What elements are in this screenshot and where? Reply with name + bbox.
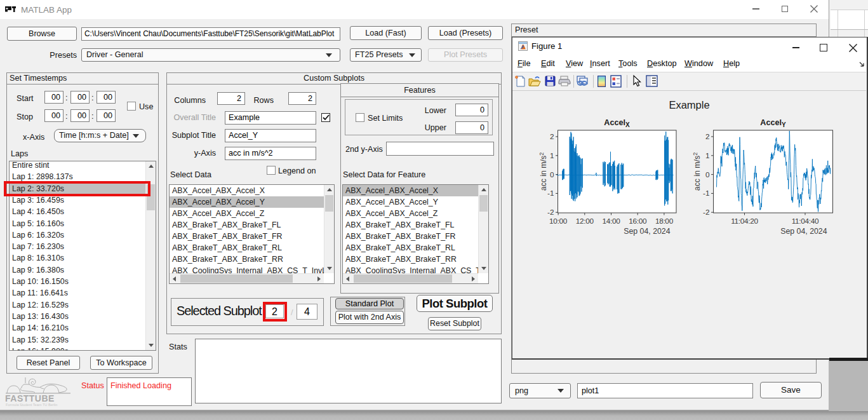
svg-text:18:00: 18:00 <box>655 217 674 226</box>
svg-text:acc in m/s2: acc in m/s2 <box>692 152 702 191</box>
svg-text:1: 1 <box>550 151 554 160</box>
svg-text:10:00: 10:00 <box>549 217 568 226</box>
svg-text:Sep 04, 2024: Sep 04, 2024 <box>624 227 670 236</box>
svg-text:0: 0 <box>705 170 710 179</box>
svg-text:12:00: 12:00 <box>576 217 594 226</box>
svg-text:AccelX: AccelX <box>604 118 630 128</box>
svg-text:2: 2 <box>705 132 710 141</box>
svg-text:11:04:20: 11:04:20 <box>731 217 758 226</box>
svg-text:AccelY: AccelY <box>760 118 786 128</box>
svg-text:16:00: 16:00 <box>629 217 647 226</box>
svg-text:-1: -1 <box>703 189 710 198</box>
svg-text:Example: Example <box>669 99 709 111</box>
svg-text:Sep 04, 2024: Sep 04, 2024 <box>780 227 827 236</box>
svg-text:11:04:40: 11:04:40 <box>792 217 819 226</box>
svg-text:14:00: 14:00 <box>602 217 620 226</box>
svg-text:acc in m/s2: acc in m/s2 <box>538 152 548 191</box>
svg-text:1: 1 <box>705 151 710 160</box>
svg-text:-2: -2 <box>547 208 554 217</box>
svg-text:Formula Student Team TU Berlin: Formula Student Team TU Berlin <box>6 403 57 407</box>
svg-text:-1: -1 <box>547 189 554 198</box>
svg-text:0: 0 <box>550 170 554 179</box>
svg-text:-2: -2 <box>703 208 710 217</box>
svg-text:2: 2 <box>550 132 554 141</box>
